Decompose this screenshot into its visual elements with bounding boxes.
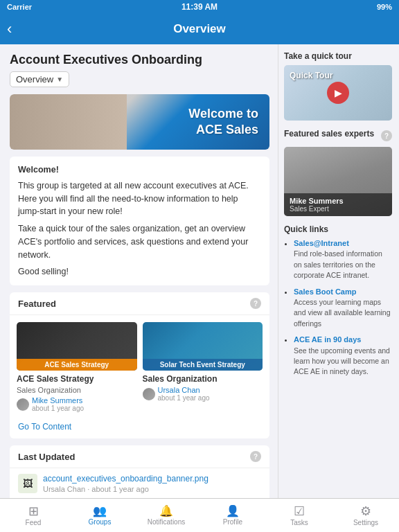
featured-experts-section: Featured sales experts ? Mike Summers Sa… [284,129,392,216]
quick-links-title: Quick links [284,224,392,234]
experts-info-icon[interactable]: ? [381,130,392,141]
page-title: Account Executives Onboarding [10,53,269,67]
featured-header: Featured ? [10,292,269,315]
tab-profile[interactable]: 👤 Profile [200,499,266,532]
item-meta-0: Ursala Chan · about 1 year ago [43,485,261,493]
notifications-icon: 🔔 [159,506,173,517]
author-name-0[interactable]: Mike Summers [32,396,84,405]
tab-settings[interactable]: ⚙ Settings [332,499,399,532]
battery-label: 99% [377,3,392,11]
featured-section: Featured ? ACE Sales Strategy ACE Sales … [10,292,269,438]
tab-settings-label: Settings [353,519,378,526]
featured-item-subtitle-0: Sales Organization [17,386,137,394]
dropdown-arrow-icon: ▼ [56,76,63,83]
tab-tasks-label: Tasks [290,519,308,526]
quick-link-item-2: ACE AE in 90 days See the upcoming event… [294,335,392,378]
last-updated-item-0: 🖼 account_executives_onboarding_banner.p… [10,468,269,498]
expert-card[interactable]: Mike Summers Sales Expert [284,147,392,216]
featured-grid: ACE Sales Strategy ACE Sales Strategy Sa… [10,315,269,416]
banner-image: Welcome to ACE Sales [10,94,269,150]
quick-link-name-1[interactable]: Sales Boot Camp [294,287,392,297]
right-sidebar: Take a quick tour Quick Tour ▶ Featured … [278,44,399,498]
last-updated-header: Last Updated ? [10,445,269,468]
banner-text: Welcome to ACE Sales [188,106,269,139]
nav-bar: ‹ Overview [0,14,399,44]
dropdown-label: Overview [16,74,53,85]
author-avatar-0 [17,398,29,411]
quick-tour-section: Take a quick tour Quick Tour ▶ [284,51,392,121]
tab-feed[interactable]: ⊞ Feed [0,499,66,532]
video-label: Quick Tour [290,71,332,80]
tab-notifications[interactable]: 🔔 Notifications [133,499,200,532]
item-icon-image: 🖼 [18,474,37,493]
quick-links-list: Sales@Intranet Find role-based informati… [284,238,392,378]
tab-bar: ⊞ Feed 👥 Groups 🔔 Notifications 👤 Profil… [0,498,399,532]
quick-link-desc-2: See the upcoming events and learn how yo… [294,346,390,376]
go-to-content-button[interactable]: Go To Content [10,416,269,438]
settings-icon: ⚙ [360,505,371,517]
expert-title: Sales Expert [290,205,387,213]
quick-tour-title: Take a quick tour [284,51,392,61]
featured-thumb-1: Solar Tech Event Strategy [143,322,263,371]
last-updated-info-icon[interactable]: ? [250,451,261,462]
featured-thumb-0: ACE Sales Strategy [17,322,137,371]
feed-icon: ⊞ [28,505,39,517]
time-label: 11:39 AM [181,2,218,12]
quick-links-section: Quick links Sales@Intranet Find role-bas… [284,224,392,378]
quick-link-item-1: Sales Boot Camp Access your learning map… [294,287,392,330]
welcome-body3: Good selling! [18,265,261,278]
quick-link-name-2[interactable]: ACE AE in 90 days [294,335,392,345]
author-name-1[interactable]: Ursala Chan [158,386,210,394]
welcome-body2: Take a quick tour of the sales organizat… [18,222,261,261]
left-content: Account Executives Onboarding Overview ▼… [0,44,278,498]
expert-info: Mike Summers Sales Expert [284,193,392,216]
quick-link-item-0: Sales@Intranet Find role-based informati… [294,238,392,281]
featured-item-title-0: ACE Sales Strategy [17,374,137,384]
last-updated-section: Last Updated ? 🖼 account_executives_onbo… [10,445,269,498]
quick-link-desc-0: Find role-based information on sales ter… [294,249,382,279]
tab-tasks[interactable]: ☑ Tasks [266,499,332,532]
welcome-title: Welcome! [18,163,261,177]
quick-link-name-0[interactable]: Sales@Intranet [294,238,392,249]
last-updated-title: Last Updated [18,452,75,462]
featured-author-0: Mike Summers about 1 year ago [17,396,137,412]
tab-groups-label: Groups [89,518,112,526]
nav-title: Overview [173,22,226,36]
groups-icon: 👥 [93,506,107,517]
tasks-icon: ☑ [294,505,305,517]
featured-author-1: Ursala Chan about 1 year ago [143,386,263,402]
status-bar: Carrier 11:39 AM 99% [0,0,399,14]
profile-icon: 👤 [226,506,240,517]
banner-people-bg [10,94,127,150]
quick-tour-video[interactable]: Quick Tour ▶ [284,65,392,121]
tab-groups[interactable]: 👥 Groups [66,499,133,532]
carrier-label: Carrier [7,3,32,11]
author-time-1: about 1 year ago [158,394,210,402]
featured-item-1[interactable]: Solar Tech Event Strategy Sales Organiza… [143,322,263,412]
featured-experts-title: Featured sales experts [284,129,374,139]
author-avatar-1 [143,388,155,400]
tab-profile-label: Profile [223,518,242,526]
featured-thumb-label-1: Solar Tech Event Strategy [143,359,263,371]
expert-name: Mike Summers [290,197,387,205]
welcome-section: Welcome! This group is targeted at all n… [10,157,269,285]
main-container: Account Executives Onboarding Overview ▼… [0,44,399,498]
tab-notifications-label: Notifications [148,518,185,526]
play-button-icon[interactable]: ▶ [327,82,349,104]
featured-info-icon[interactable]: ? [250,298,261,309]
featured-item-title-1: Sales Organization [143,374,263,384]
item-text-0: account_executives_onboarding_banner.png… [43,474,261,493]
author-time-0: about 1 year ago [32,405,84,412]
item-name-0[interactable]: account_executives_onboarding_banner.png [43,474,261,484]
featured-item-0[interactable]: ACE Sales Strategy ACE Sales Strategy Sa… [17,322,137,412]
tab-feed-label: Feed [26,519,42,526]
quick-link-desc-1: Access your learning maps and view all a… [294,298,391,328]
overview-dropdown[interactable]: Overview ▼ [10,71,69,87]
featured-title: Featured [18,299,56,309]
back-button[interactable]: ‹ [7,21,12,37]
last-updated-items: 🖼 account_executives_onboarding_banner.p… [10,468,269,498]
featured-thumb-label-0: ACE Sales Strategy [17,359,137,371]
welcome-body1: This group is targeted at all new accoun… [18,179,261,218]
